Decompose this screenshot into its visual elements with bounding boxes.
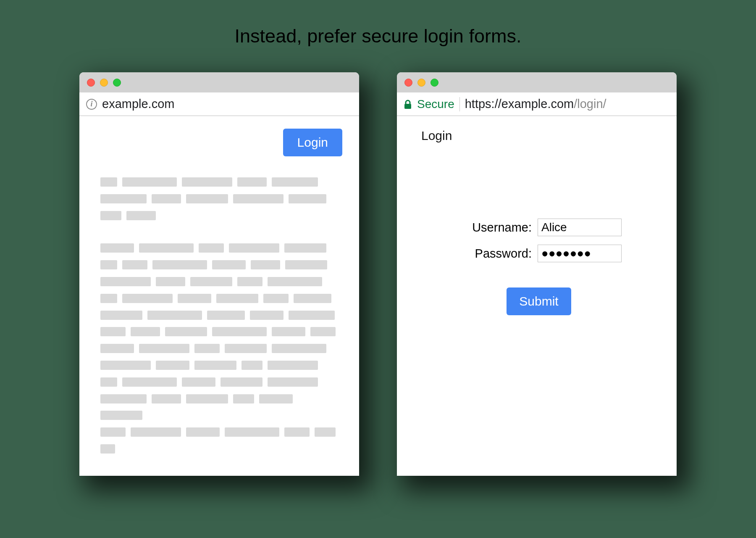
lock-icon[interactable] [404, 100, 412, 109]
placeholder-text [100, 165, 342, 461]
maximize-icon[interactable] [113, 79, 121, 87]
password-row: Password: [418, 245, 660, 262]
close-icon[interactable] [87, 79, 95, 87]
minimize-icon[interactable] [417, 79, 425, 87]
address-url: example.com [102, 97, 174, 111]
insecure-browser-window: i example.com Login [79, 72, 359, 476]
secure-browser-window: Secure https://example.com/login/ Login … [397, 72, 677, 476]
submit-button[interactable]: Submit [507, 287, 571, 315]
password-label: Password: [456, 247, 532, 261]
username-row: Username: [418, 219, 660, 236]
close-icon[interactable] [404, 79, 412, 87]
password-field[interactable] [538, 245, 622, 262]
maximize-icon[interactable] [430, 79, 438, 87]
browser-windows-container: i example.com Login [79, 72, 677, 476]
url-separator [459, 97, 460, 111]
minimize-icon[interactable] [100, 79, 108, 87]
username-label: Username: [456, 221, 532, 235]
svg-rect-0 [404, 104, 411, 109]
window-titlebar [397, 72, 677, 92]
address-bar[interactable]: i example.com [79, 92, 359, 116]
username-field[interactable] [538, 219, 622, 236]
address-bar[interactable]: Secure https://example.com/login/ [397, 92, 677, 116]
secure-label: Secure [417, 98, 454, 111]
info-icon[interactable]: i [86, 99, 97, 110]
url-host: https://example.com [465, 97, 574, 111]
page-content: Login Username: Password: Submit [397, 116, 677, 476]
login-button[interactable]: Login [283, 129, 342, 156]
address-url: https://example.com/login/ [465, 97, 606, 111]
login-title: Login [421, 129, 660, 143]
window-titlebar [79, 72, 359, 92]
url-path: /login/ [574, 97, 606, 111]
diagram-heading: Instead, prefer secure login forms. [235, 25, 522, 47]
page-content: Login [79, 116, 359, 476]
